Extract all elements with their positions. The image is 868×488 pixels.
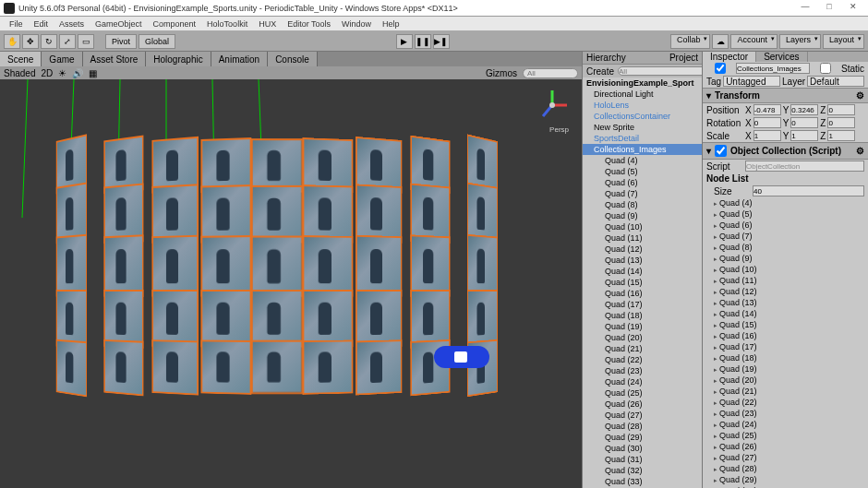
node-item[interactable]: Quad (22) <box>710 397 868 408</box>
pivot-toggle[interactable]: Pivot <box>105 34 137 49</box>
pos-x[interactable] <box>753 104 781 115</box>
tree-item[interactable]: Quad (19) <box>583 321 702 332</box>
quad-tile[interactable] <box>151 235 199 297</box>
global-toggle[interactable]: Global <box>139 34 175 49</box>
close-button[interactable]: ✕ <box>842 2 864 15</box>
pos-y[interactable] <box>790 104 818 115</box>
tree-item[interactable]: Quad (28) <box>583 421 702 432</box>
layout-dropdown[interactable]: Layout <box>823 34 864 49</box>
move-tool-button[interactable]: ✥ <box>22 34 39 49</box>
menu-help[interactable]: Help <box>377 19 405 29</box>
node-item[interactable]: Quad (27) <box>710 452 868 463</box>
scene-root[interactable]: EnvisioningExample_Sport <box>583 77 702 89</box>
tree-item[interactable]: Quad (31) <box>583 454 702 465</box>
maximize-button[interactable]: □ <box>818 2 840 15</box>
quad-tile[interactable] <box>103 234 143 297</box>
component-enable-checkbox[interactable] <box>715 145 727 157</box>
tree-item[interactable]: Quad (4) <box>583 155 702 166</box>
quad-tile[interactable] <box>200 339 251 395</box>
tree-item[interactable]: Quad (14) <box>583 266 702 277</box>
minimize-button[interactable]: — <box>794 2 816 15</box>
node-item[interactable]: Quad (4) <box>710 197 868 208</box>
component-header[interactable]: ▾ Object Collection (Script) ⚙ <box>703 142 868 160</box>
node-item[interactable]: Quad (14) <box>710 308 868 319</box>
scl-y[interactable] <box>790 130 818 141</box>
tree-item[interactable]: SportsDetail <box>583 133 702 144</box>
menu-assets[interactable]: Assets <box>54 19 90 29</box>
tree-item[interactable]: Quad (9) <box>583 210 702 221</box>
scale-tool-button[interactable]: ⤢ <box>59 34 76 49</box>
node-item[interactable]: Quad (7) <box>710 231 868 242</box>
tab-inspector[interactable]: Inspector <box>703 52 756 62</box>
scl-z[interactable] <box>827 130 855 141</box>
tab-game[interactable]: Game <box>42 52 82 66</box>
menu-window[interactable]: Window <box>336 19 377 29</box>
node-item[interactable]: Quad (21) <box>710 386 868 397</box>
shading-mode-dropdown[interactable]: Shaded <box>4 68 35 78</box>
quad-tile[interactable] <box>56 339 87 398</box>
tab-asset-store[interactable]: Asset Store <box>83 52 147 66</box>
quad-tile[interactable] <box>251 290 304 347</box>
hand-tool-button[interactable]: ✋ <box>4 34 20 49</box>
rect-tool-button[interactable]: ▭ <box>78 34 94 49</box>
quad-tile[interactable] <box>302 290 353 348</box>
node-item[interactable]: Quad (17) <box>710 341 868 352</box>
rot-z[interactable] <box>827 117 855 128</box>
scl-x[interactable] <box>753 130 781 141</box>
tab-hierarchy[interactable]: Hierarchy <box>586 53 626 63</box>
tree-item[interactable]: New Sprite <box>583 122 702 133</box>
node-item[interactable]: Quad (13) <box>710 297 868 308</box>
menu-editor tools[interactable]: Editor Tools <box>282 19 336 29</box>
audio-toggle-icon[interactable]: 🔊 <box>72 68 83 78</box>
node-item[interactable]: Quad (16) <box>710 330 868 341</box>
static-checkbox[interactable] <box>812 63 839 74</box>
object-name-field[interactable] <box>736 63 810 74</box>
tree-item[interactable]: Quad (5) <box>583 166 702 177</box>
node-item[interactable]: Quad (8) <box>710 242 868 253</box>
tree-item[interactable]: Directional Light <box>583 89 702 100</box>
tree-item[interactable]: Quad (33) <box>583 476 702 487</box>
tree-item[interactable]: Quad (12) <box>583 244 702 255</box>
tree-item[interactable]: HoloLens <box>583 100 702 111</box>
menu-hux[interactable]: HUX <box>253 19 282 29</box>
tree-item[interactable]: Quad (15) <box>583 277 702 288</box>
light-toggle-icon[interactable]: ☀ <box>58 68 66 78</box>
node-item[interactable]: Quad (12) <box>710 286 868 297</box>
scene-search[interactable] <box>523 68 578 78</box>
node-item[interactable]: Quad (11) <box>710 275 868 286</box>
node-item[interactable]: Quad (24) <box>710 419 868 430</box>
tab-animation[interactable]: Animation <box>211 52 268 66</box>
quad-tile[interactable] <box>103 339 143 397</box>
quad-tile[interactable] <box>251 340 304 395</box>
tab-services[interactable]: Services <box>756 52 807 62</box>
quad-tile[interactable] <box>151 339 199 396</box>
tree-item[interactable]: Quad (25) <box>583 387 702 399</box>
node-item[interactable]: Quad (29) <box>710 474 868 485</box>
nodelist-label[interactable]: Node List <box>706 173 749 184</box>
node-item[interactable]: Quad (26) <box>710 441 868 452</box>
quad-tile[interactable] <box>356 339 403 396</box>
cloud-icon[interactable]: ☁ <box>712 34 729 49</box>
quad-tile[interactable] <box>410 234 450 297</box>
node-item[interactable]: Quad (28) <box>710 463 868 474</box>
orientation-gizmo-icon[interactable] <box>534 87 571 124</box>
node-item[interactable]: Quad (15) <box>710 319 868 330</box>
quad-tile[interactable] <box>56 234 87 297</box>
menu-component[interactable]: Component <box>148 19 202 29</box>
tree-item[interactable]: Quad (20) <box>583 332 702 343</box>
transform-header[interactable]: ▾ Transform ⚙ <box>703 88 868 103</box>
fx-toggle-icon[interactable]: ▦ <box>89 68 97 78</box>
tree-item[interactable]: Quad (8) <box>583 199 702 210</box>
quad-tile[interactable] <box>467 234 498 297</box>
2d-toggle[interactable]: 2D <box>41 68 53 78</box>
pause-button[interactable]: ❚❚ <box>415 34 431 49</box>
tree-item[interactable]: CollectionsContainer <box>583 111 702 122</box>
tree-item[interactable]: Quad (6) <box>583 177 702 188</box>
pos-z[interactable] <box>827 104 855 115</box>
node-item[interactable]: Quad (6) <box>710 220 868 231</box>
menu-edit[interactable]: Edit <box>29 19 54 29</box>
node-item[interactable]: Quad (20) <box>710 375 868 386</box>
menu-gameobject[interactable]: GameObject <box>90 19 148 29</box>
camera-gizmo-icon[interactable] <box>434 346 489 368</box>
tree-item[interactable]: Quad (30) <box>583 443 702 454</box>
